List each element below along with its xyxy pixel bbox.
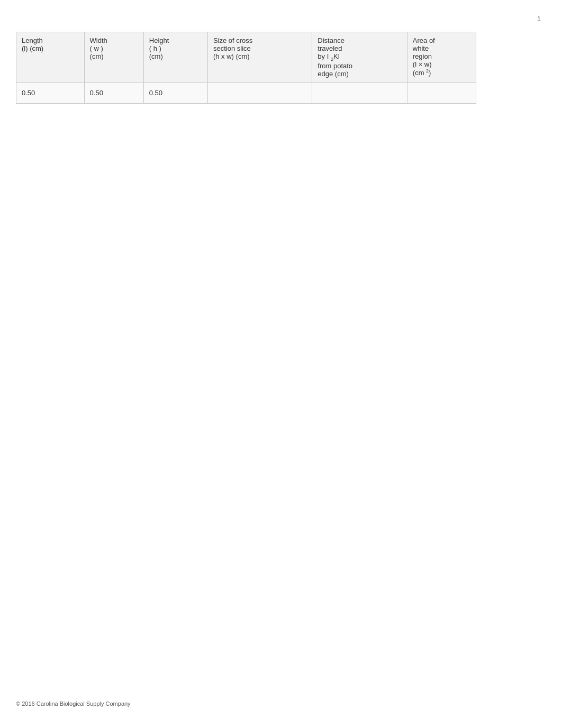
cell-length: 0.50	[16, 82, 85, 103]
col-header-width: Width ( w ) (cm)	[84, 32, 143, 83]
col-header-cross-section: Size of cross section slice (h x w) (cm)	[207, 32, 312, 83]
table-header-row: Length (l) (cm) Width ( w ) (cm) Height …	[16, 32, 476, 83]
col-header-distance: Distance traveled by I 2KI from potato e…	[312, 32, 407, 83]
data-table-container: Length (l) (cm) Width ( w ) (cm) Height …	[16, 32, 546, 104]
cell-distance	[312, 82, 407, 103]
cell-cross-section	[207, 82, 312, 103]
cell-height: 0.50	[143, 82, 207, 103]
cell-area-white	[407, 82, 476, 103]
table-row: 0.50 0.50 0.50	[16, 82, 476, 103]
cell-width: 0.50	[84, 82, 143, 103]
footer-text: © 2016 Carolina Biological Supply Compan…	[16, 700, 131, 707]
data-table: Length (l) (cm) Width ( w ) (cm) Height …	[16, 32, 476, 104]
page-number: 1	[537, 15, 541, 23]
col-header-area-white: Area of white region (l × w) (cm 2)	[407, 32, 476, 83]
col-header-length: Length (l) (cm)	[16, 32, 85, 83]
col-header-height: Height ( h ) (cm)	[143, 32, 207, 83]
